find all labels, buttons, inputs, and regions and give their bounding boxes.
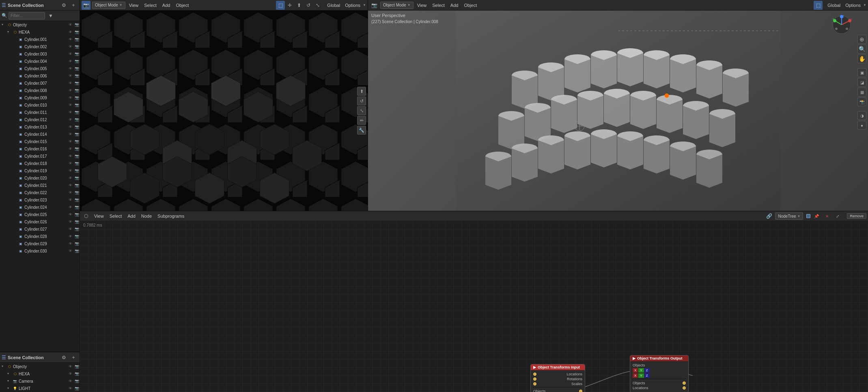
bottom-filter-icon[interactable]: ⚙: [59, 353, 68, 362]
eye-btn[interactable]: 👁: [67, 153, 73, 159]
eye-btn[interactable]: 👁: [67, 139, 73, 144]
node-node-menu[interactable]: Node: [139, 211, 154, 221]
object-menu[interactable]: Object: [174, 0, 191, 11]
outliner-item[interactable]: ▣ Cylinder.023 👁 📷: [0, 196, 80, 203]
render-btn[interactable]: 📷: [74, 80, 80, 86]
outliner-item[interactable]: ▣ Cylinder.024 👁 📷: [0, 203, 80, 211]
move-icon[interactable]: ⬆: [295, 1, 304, 10]
eye-btn[interactable]: 👁: [67, 58, 73, 64]
oto-z-btn[interactable]: Z: [644, 368, 650, 373]
outliner-item[interactable]: ▣ Cylinder.014 👁 📷: [0, 131, 80, 138]
render-btn[interactable]: 📷: [74, 190, 80, 195]
render-btn[interactable]: 📷: [74, 117, 80, 122]
eye-btn[interactable]: 👁: [67, 146, 73, 152]
object-transforms-output-node[interactable]: ▶ Object Transforms Output Objects X: [630, 355, 689, 392]
render-btn[interactable]: 📷: [74, 124, 80, 130]
render-btn[interactable]: 📷: [74, 95, 80, 101]
oto-y-btn[interactable]: Y: [638, 368, 644, 373]
render-btn[interactable]: 📷: [74, 175, 80, 181]
bottom-eye-btn[interactable]: 👁: [67, 364, 73, 369]
filter-icon[interactable]: ⚙: [59, 1, 68, 10]
camera-view-btn[interactable]: 📸: [857, 97, 866, 106]
outliner-item[interactable]: ▾ ⬡ Objecty 👁 📷: [0, 21, 80, 28]
outliner-item[interactable]: ▣ Cylinder.025 👁 📷: [0, 211, 80, 218]
node-editor-content[interactable]: 0.7882 ms: [80, 221, 868, 392]
render-btn[interactable]: 📷: [74, 44, 80, 49]
render-btn[interactable]: 📷: [74, 219, 80, 225]
render-btn[interactable]: 📷: [74, 102, 80, 108]
render-shading-btn[interactable]: ◑: [857, 111, 866, 120]
bottom-eye-btn[interactable]: 👁: [67, 386, 73, 391]
scale-icon[interactable]: ⤡: [313, 1, 322, 10]
bottom-outliner-item[interactable]: ▾ 💡 LIGHT 👁 📷: [0, 385, 80, 392]
front-view-btn[interactable]: ▣: [857, 68, 866, 77]
top-view-btn[interactable]: ▦: [857, 88, 866, 96]
right-object-mode-dropdown[interactable]: Object Mode ▼: [380, 2, 414, 9]
render-btn[interactable]: 📷: [74, 66, 80, 71]
outliner-item[interactable]: ▣ Cylinder.012 👁 📷: [0, 116, 80, 123]
eye-btn[interactable]: 👁: [67, 109, 73, 115]
right-view-menu[interactable]: View: [415, 0, 429, 11]
render-btn[interactable]: 📷: [74, 73, 80, 79]
outliner-item[interactable]: ▣ Cylinder.017 👁 📷: [0, 152, 80, 160]
outliner-item[interactable]: ▣ Cylinder.028 👁 📷: [0, 233, 80, 240]
render-btn[interactable]: 📷: [74, 168, 80, 174]
right-select-menu[interactable]: Select: [430, 0, 447, 11]
bottom-outliner-item[interactable]: ▾ ⬡ Objecty 👁 📷: [0, 363, 80, 370]
outliner-item[interactable]: ▣ Cylinder.020 👁 📷: [0, 174, 80, 182]
render-btn[interactable]: 📷: [74, 88, 80, 93]
bottom-new-icon[interactable]: +: [69, 353, 78, 362]
bottom-outliner-item[interactable]: ▾ 📷 Camera 👁 📷: [0, 377, 80, 385]
eye-btn[interactable]: 👁: [67, 95, 73, 101]
node-select-menu[interactable]: Select: [108, 211, 124, 221]
zoom-tool[interactable]: 🔍: [857, 45, 866, 54]
outliner-item[interactable]: ▣ Cylinder.011 👁 📷: [0, 109, 80, 116]
eye-btn[interactable]: 👁: [67, 66, 73, 71]
eye-btn[interactable]: 👁: [67, 51, 73, 57]
node-editor-icon[interactable]: ⬡: [82, 212, 90, 221]
solid-shading-btn[interactable]: ●: [857, 121, 866, 130]
render-btn[interactable]: 📷: [74, 131, 80, 137]
node-subprograms-menu[interactable]: Subprograms: [155, 211, 186, 221]
right-add-menu[interactable]: Add: [448, 0, 461, 11]
render-btn[interactable]: 📷: [74, 51, 80, 57]
render-btn[interactable]: 📷: [74, 146, 80, 152]
oto-z2-btn[interactable]: Z: [644, 373, 650, 378]
outliner-item[interactable]: ▣ Cylinder.016 👁 📷: [0, 145, 80, 152]
render-btn[interactable]: 📷: [74, 241, 80, 246]
render-btn[interactable]: 📷: [74, 153, 80, 159]
bottom-render-btn[interactable]: 📷: [74, 364, 80, 369]
oto-x-btn[interactable]: X: [633, 368, 638, 373]
eye-btn[interactable]: 👁: [67, 22, 73, 28]
node-add-menu[interactable]: Add: [125, 211, 138, 221]
node-tree-dropdown[interactable]: NodeTree ▼: [775, 212, 803, 220]
scale-tool-btn[interactable]: ⤡: [357, 106, 366, 115]
eye-btn[interactable]: 👁: [67, 88, 73, 93]
render-btn[interactable]: 📷: [74, 248, 80, 254]
eye-btn[interactable]: 👁: [67, 248, 73, 254]
node-close-icon[interactable]: ✕: [823, 212, 831, 221]
eye-btn[interactable]: 👁: [67, 182, 73, 188]
eye-btn[interactable]: 👁: [67, 102, 73, 108]
object-transforms-input-node[interactable]: ▶ Object Transforms Input Locations Rota…: [530, 364, 585, 392]
eye-btn[interactable]: 👁: [67, 226, 73, 232]
outliner-item[interactable]: ▣ Cylinder.022 👁 📷: [0, 189, 80, 196]
options-label[interactable]: Options: [345, 3, 360, 8]
object-mode-dropdown[interactable]: Object Mode ▼: [92, 2, 125, 9]
eye-btn[interactable]: 👁: [67, 80, 73, 86]
render-btn[interactable]: 📷: [74, 212, 80, 217]
left-viewport-content[interactable]: Rendering Done: [80, 11, 368, 211]
render-btn[interactable]: 📷: [74, 204, 80, 210]
side-view-btn[interactable]: ◪: [857, 78, 866, 87]
outliner-item[interactable]: ▣ Cylinder.004 👁 📷: [0, 58, 80, 65]
rotate-icon[interactable]: ↺: [304, 1, 313, 10]
bottom-eye-btn[interactable]: 👁: [67, 371, 73, 377]
view-menu[interactable]: View: [127, 0, 141, 11]
outliner-item[interactable]: ▣ Cylinder.010 👁 📷: [0, 101, 80, 109]
eye-btn[interactable]: 👁: [67, 233, 73, 239]
render-btn[interactable]: 📷: [74, 182, 80, 188]
render-btn[interactable]: 📷: [74, 36, 80, 42]
cursor-icon[interactable]: ✛: [285, 1, 294, 10]
eye-btn[interactable]: 👁: [67, 124, 73, 130]
render-btn[interactable]: 📷: [74, 109, 80, 115]
